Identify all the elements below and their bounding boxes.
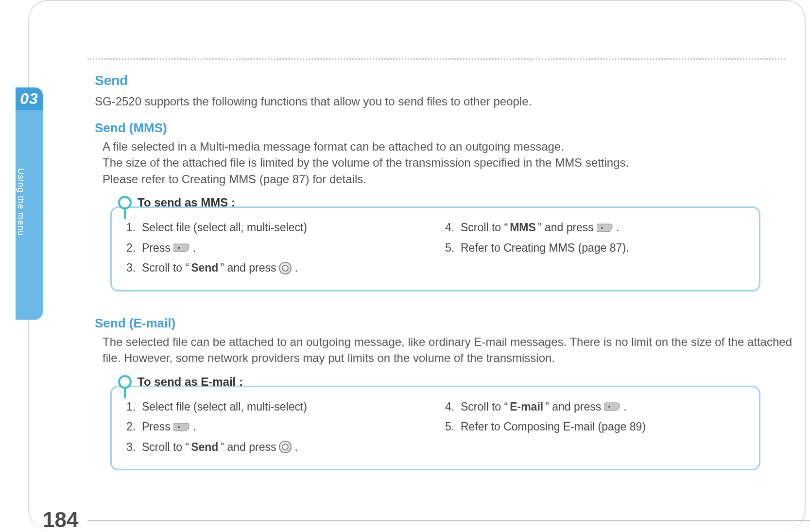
mms-step-4: 4. Scroll to “MMS” and press .	[445, 218, 744, 238]
mms-step-box: 1. Select file (select all, multi-select…	[110, 206, 760, 291]
mms-desc-line2: The size of the attached file is limited…	[103, 154, 799, 171]
step-number: 5.	[445, 238, 459, 258]
heading-send-mms: Send (MMS)	[95, 120, 799, 136]
step-text: Press	[142, 417, 171, 437]
email-steps-right: 4. Scroll to “E-mail” and press . 5. Ref…	[445, 397, 744, 457]
step-number: 1.	[126, 218, 140, 238]
svg-point-3	[608, 406, 610, 408]
step-text: Scroll to “	[142, 258, 189, 278]
step-text: ” and press	[545, 397, 601, 417]
ok-button-icon	[279, 262, 292, 275]
period: .	[623, 397, 626, 417]
softkey-icon	[173, 243, 190, 253]
step-bold: E-mail	[510, 397, 543, 417]
step-bold: Send	[191, 258, 218, 278]
svg-point-0	[178, 247, 180, 249]
step-text: Refer to Composing E-mail (page 89)	[461, 417, 646, 437]
step-text: Select file (select all, multi-select)	[142, 397, 307, 417]
step-number: 1.	[126, 397, 140, 417]
dotted-divider	[87, 58, 785, 60]
step-text: Select file (select all, multi-select)	[142, 218, 307, 238]
svg-point-1	[601, 227, 603, 229]
step-number: 4.	[445, 218, 459, 238]
softkey-icon	[173, 422, 190, 432]
period: .	[193, 417, 196, 437]
email-step-3: 3. Scroll to “Send” and press .	[126, 437, 426, 457]
callout-ring-icon	[118, 375, 132, 389]
period: .	[193, 238, 196, 258]
mms-step-1: 1. Select file (select all, multi-select…	[126, 218, 426, 238]
mms-description: A file selected in a Multi-media message…	[103, 138, 799, 188]
step-text: Scroll to “	[142, 437, 189, 457]
mms-steps-right: 4. Scroll to “MMS” and press . 5. Refer …	[445, 218, 744, 278]
page-footer-rule	[87, 520, 810, 521]
heading-send-email: Send (E-mail)	[95, 316, 799, 331]
step-text: Press	[142, 238, 171, 258]
step-text: ” and press	[220, 437, 276, 457]
ok-button-icon	[279, 441, 292, 453]
chapter-number: 03	[20, 90, 38, 108]
step-number: 5.	[445, 417, 459, 437]
step-number: 4.	[445, 397, 459, 417]
mms-step-5: 5. Refer to Creating MMS (page 87).	[445, 238, 744, 258]
email-step-5: 5. Refer to Composing E-mail (page 89)	[445, 417, 744, 437]
step-bold: MMS	[510, 218, 536, 238]
email-step-box: 1. Select file (select all, multi-select…	[110, 386, 760, 470]
step-number: 2.	[126, 238, 140, 258]
step-number: 3.	[126, 258, 140, 278]
document-page: Send SG-2520 supports the following func…	[28, 0, 806, 530]
step-number: 3.	[126, 437, 140, 457]
mms-step-2: 2. Press .	[126, 238, 426, 258]
step-text: Scroll to “	[461, 397, 508, 417]
period: .	[294, 437, 297, 457]
side-tab-label: Using the menu	[16, 110, 34, 236]
mms-step-3: 3. Scroll to “Send” and press .	[126, 258, 426, 278]
step-text: Scroll to “	[461, 218, 508, 238]
email-desc: The selected file can be attached to an …	[103, 334, 799, 366]
softkey-icon	[604, 402, 620, 412]
chapter-badge: 03	[16, 87, 43, 110]
mms-desc-line3: Please refer to Creating MMS (page 87) f…	[103, 171, 799, 188]
page-number: 184	[43, 508, 78, 532]
period: .	[616, 218, 619, 238]
email-description: The selected file can be attached to an …	[103, 334, 799, 366]
step-text: ” and press	[538, 218, 594, 238]
svg-point-2	[178, 426, 180, 428]
send-intro: SG-2520 supports the following functions…	[95, 93, 799, 110]
step-text: Refer to Creating MMS (page 87).	[461, 238, 629, 258]
email-step-4: 4. Scroll to “E-mail” and press .	[445, 397, 744, 417]
email-steps-left: 1. Select file (select all, multi-select…	[126, 397, 426, 457]
email-step-1: 1. Select file (select all, multi-select…	[126, 397, 426, 417]
email-section: Send (E-mail) The selected file can be a…	[95, 316, 799, 470]
content-area: Send SG-2520 supports the following func…	[95, 73, 799, 470]
email-step-2: 2. Press .	[126, 417, 426, 437]
mms-desc-line1: A file selected in a Multi-media message…	[103, 138, 799, 155]
mms-steps-left: 1. Select file (select all, multi-select…	[126, 218, 426, 278]
heading-send: Send	[95, 73, 799, 88]
period: .	[294, 258, 297, 278]
side-tab: Using the menu	[16, 110, 43, 320]
step-text: ” and press	[220, 258, 276, 278]
step-bold: Send	[191, 437, 218, 457]
softkey-icon	[597, 223, 613, 233]
step-number: 2.	[126, 417, 140, 437]
